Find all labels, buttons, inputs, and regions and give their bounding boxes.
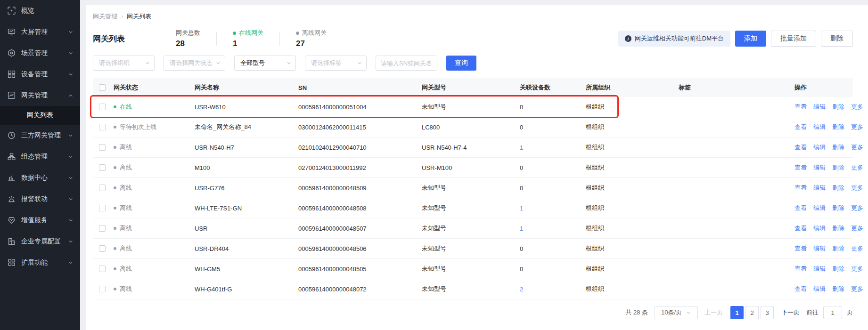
row-checkbox[interactable]	[99, 104, 106, 110]
sidebar-item-overview[interactable]: 概览	[0, 0, 80, 21]
sn-search-input[interactable]	[376, 56, 437, 71]
row-action-link[interactable]: 查看	[794, 285, 807, 293]
table-row: 在线USR-W61000059614000000051004未知型号0根组织查看…	[93, 97, 853, 117]
row-action-link[interactable]: 更多	[851, 244, 863, 253]
row-action-link[interactable]: 编辑	[813, 224, 826, 233]
breadcrumb-parent[interactable]: 网关管理	[93, 12, 117, 21]
select-all-checkbox[interactable]	[99, 84, 106, 91]
sidebar-item-scene[interactable]: 场景管理	[0, 42, 80, 64]
batch-add-button[interactable]: 批量添加	[771, 31, 816, 47]
row-action-link[interactable]: 更多	[851, 184, 863, 192]
sidebar-item-enterprise[interactable]: 企业专属配置	[0, 231, 80, 252]
devices-count[interactable]: 1	[520, 225, 523, 232]
row-checkbox[interactable]	[99, 266, 106, 272]
row-action-link[interactable]: 查看	[794, 184, 807, 192]
row-action-link[interactable]: 删除	[832, 123, 844, 131]
sidebar-item-configuration[interactable]: 组态管理	[0, 146, 80, 167]
row-action-link[interactable]: 删除	[832, 285, 844, 293]
row-action-link[interactable]: 更多	[851, 285, 863, 293]
row-checkbox[interactable]	[99, 164, 106, 171]
status-select-placeholder: 请选择网关状态	[170, 59, 215, 67]
row-action-link[interactable]: 删除	[832, 143, 844, 152]
sidebar-item-gateway-list[interactable]: 网关列表	[0, 106, 80, 125]
row-action-link[interactable]: 更多	[851, 143, 863, 152]
search-button[interactable]: 查询	[446, 56, 476, 71]
row-action-link[interactable]: 更多	[851, 103, 863, 111]
tag-select[interactable]: 请选择标签	[305, 56, 367, 71]
row-checkbox[interactable]	[99, 205, 106, 211]
chevron-down-icon	[68, 154, 74, 160]
row-action-link[interactable]: 查看	[794, 244, 807, 253]
sidebar-item-big-screen[interactable]: 大屏管理	[0, 21, 80, 42]
row-action-link[interactable]: 查看	[794, 204, 807, 212]
row-action-link[interactable]: 查看	[794, 265, 807, 273]
row-action-link[interactable]: 编辑	[813, 143, 826, 152]
row-checkbox[interactable]	[99, 185, 106, 191]
row-action-link[interactable]: 编辑	[813, 285, 826, 293]
row-action-link[interactable]: 删除	[832, 224, 844, 233]
sidebar-item-device[interactable]: 设备管理	[0, 64, 80, 85]
row-action-link[interactable]: 更多	[851, 123, 863, 131]
row-checkbox[interactable]	[99, 286, 106, 292]
row-action-link[interactable]: 更多	[851, 204, 863, 212]
row-action-link[interactable]: 查看	[794, 143, 807, 152]
stat-online-label: 在线网关	[239, 29, 263, 37]
row-checkbox[interactable]	[99, 225, 106, 232]
sidebar-item-label: 概览	[21, 7, 74, 15]
sidebar-item-gateway[interactable]: 网关管理	[0, 85, 80, 106]
sidebar-item-third-party-gateway[interactable]: 三方网关管理	[0, 125, 80, 146]
row-action-link[interactable]: 编辑	[813, 103, 826, 111]
row-action-link[interactable]: 编辑	[813, 204, 826, 212]
row-action-link[interactable]: 更多	[851, 224, 863, 233]
devices-count[interactable]: 2	[520, 286, 523, 293]
row-action-link[interactable]: 查看	[794, 163, 807, 172]
delete-button[interactable]: 删除	[821, 31, 853, 47]
row-action-link[interactable]: 删除	[832, 163, 844, 172]
page-number-button[interactable]: 1	[730, 306, 744, 319]
row-action-link[interactable]: 编辑	[813, 265, 826, 273]
stat-online: 在线网关 1	[233, 29, 263, 48]
row-checkbox[interactable]	[99, 245, 106, 252]
row-action-link[interactable]: 删除	[832, 103, 844, 111]
name-cell: USR-DR404	[195, 245, 298, 252]
row-action-link[interactable]: 查看	[794, 103, 807, 111]
row-action-link[interactable]: 更多	[851, 265, 863, 273]
goto-page-input[interactable]: 1	[823, 306, 842, 319]
sidebar-item-extension[interactable]: 扩展功能	[0, 252, 80, 273]
row-action-link[interactable]: 更多	[851, 163, 863, 172]
page-number-button[interactable]: 2	[745, 306, 759, 319]
model-cell: 未知型号	[422, 285, 520, 293]
table-row: 离线WH-GM500059614000000048505未知型号0根组织查看编辑…	[93, 259, 853, 279]
next-page-button[interactable]: 下一页	[781, 308, 800, 317]
row-action-link[interactable]: 编辑	[813, 244, 826, 253]
sidebar-item-alarm[interactable]: 报警联动	[0, 188, 80, 209]
page-number-button[interactable]: 3	[761, 306, 774, 319]
row-checkbox[interactable]	[99, 124, 106, 130]
row-action-link[interactable]: 删除	[832, 204, 844, 212]
row-action-link[interactable]: 查看	[794, 224, 807, 233]
prev-page-button[interactable]: 上一页	[704, 308, 723, 317]
devices-count[interactable]: 1	[520, 144, 523, 151]
org-select[interactable]: 请选择组织	[93, 56, 155, 71]
device-icon	[8, 70, 16, 78]
row-action-link[interactable]: 编辑	[813, 184, 826, 192]
model-select[interactable]: 全部型号	[234, 56, 296, 71]
row-action-link[interactable]: 删除	[832, 244, 844, 253]
chevron-down-icon	[68, 196, 74, 202]
row-action-link[interactable]: 编辑	[813, 163, 826, 172]
row-action-link[interactable]: 查看	[794, 123, 807, 131]
name-cell: USR-W610	[195, 104, 298, 111]
row-action-link[interactable]: 删除	[832, 184, 844, 192]
sidebar-item-data-center[interactable]: 数据中心	[0, 167, 80, 188]
org-cell: 根组织	[586, 265, 679, 273]
page-size-select[interactable]: 10条/页	[655, 306, 698, 319]
main-content: 网关管理 › 网关列表 网关列表 网关总数 28 在线网关 1 离线网关 27 …	[86, 5, 868, 330]
row-action-link[interactable]: 编辑	[813, 123, 826, 131]
row-checkbox[interactable]	[99, 144, 106, 151]
table-row: 离线USR-DR40400059614000000048506未知型号0根组织查…	[93, 239, 853, 259]
add-button[interactable]: 添加	[735, 31, 766, 47]
sidebar-item-value-added[interactable]: 增值服务	[0, 209, 80, 231]
gateway-status-select[interactable]: 请选择网关状态	[164, 56, 225, 71]
row-action-link[interactable]: 删除	[832, 265, 844, 273]
devices-count[interactable]: 1	[520, 205, 523, 212]
